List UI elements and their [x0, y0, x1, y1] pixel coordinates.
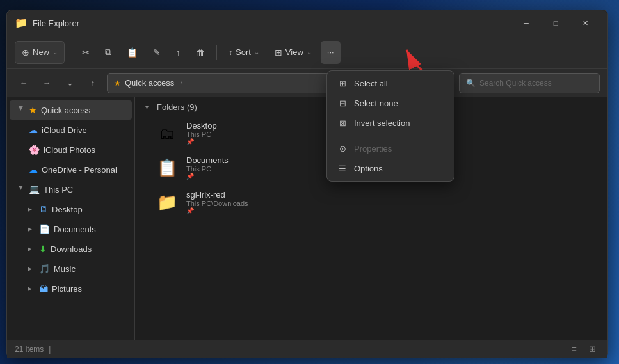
sort-button[interactable]: ↕ Sort ⌄ — [222, 41, 266, 64]
back-button[interactable]: ← — [15, 74, 33, 92]
up-button[interactable]: ↑ — [84, 74, 102, 92]
chevron-icon: ▶ — [28, 226, 35, 232]
documents-icon: 📄 — [39, 224, 50, 234]
address-text: Quick access — [125, 78, 174, 88]
chevron-icon: ▶ — [28, 285, 35, 292]
sidebar-item-label: Documents — [54, 225, 96, 234]
select-all-icon: ⊞ — [337, 79, 348, 88]
folder-sub: This PC\Downloads — [186, 200, 248, 207]
sidebar-item-label: iCloud Photos — [44, 145, 95, 155]
paste-icon: 📋 — [127, 47, 138, 58]
chevron-icon: ▶ — [28, 265, 35, 272]
folder-section-chevron: ▾ — [145, 104, 153, 111]
minimize-button[interactable]: ─ — [511, 10, 541, 36]
sort-label: Sort — [236, 47, 251, 57]
sidebar-item-music[interactable]: ▶ 🎵 Music — [10, 259, 132, 278]
new-chevron: ⌄ — [52, 49, 58, 56]
folder-thumb-desktop: 🗂 — [154, 122, 180, 145]
recent-button[interactable]: ⌄ — [61, 74, 79, 92]
toolbar-separator-1 — [70, 45, 70, 60]
sidebar-item-icloud-photos[interactable]: 🌸 iCloud Photos — [10, 140, 132, 159]
folders-section-label: Folders (9) — [157, 102, 197, 112]
sidebar-item-documents[interactable]: ▶ 📄 Documents — [10, 219, 132, 239]
tiles-view-button[interactable]: ⊞ — [584, 342, 600, 356]
menu-item-properties: ⊙ Properties — [327, 139, 454, 159]
folder-icon: 🗂 — [159, 123, 175, 143]
status-cursor: | — [49, 345, 51, 354]
sidebar-item-label: iCloud Drive — [42, 125, 87, 135]
rename-button[interactable]: ✎ — [147, 41, 167, 64]
context-menu: ⊞ Select all ⊟ Select none ⊠ Invert sele… — [326, 70, 454, 182]
sort-icon: ↕ — [229, 48, 232, 57]
folder-thumb-documents: 📋 — [154, 156, 180, 179]
folder-item-sgi[interactable]: 📁 sgi-irix-red This PC\Downloads 📌 — [148, 186, 371, 218]
menu-item-label: Options — [354, 164, 383, 173]
view-button[interactable]: ⊞ View ⌄ — [268, 41, 318, 64]
more-label: ··· — [327, 47, 334, 57]
folder-name: sgi-irix-red — [186, 190, 248, 200]
select-none-icon: ⊟ — [337, 99, 348, 108]
menu-item-select-none[interactable]: ⊟ Select none — [327, 93, 454, 113]
pin-icon: 📌 — [186, 207, 248, 214]
menu-item-label: Select all — [354, 79, 388, 88]
folder-thumb-sgi: 📁 — [154, 191, 180, 214]
cut-button[interactable]: ✂ — [76, 41, 96, 64]
quick-access-icon: ★ — [29, 105, 37, 115]
icloud-photos-icon: 🌸 — [29, 145, 40, 155]
status-bar: 21 items | ≡ ⊞ — [7, 340, 607, 358]
details-view-button[interactable]: ≡ — [567, 342, 582, 356]
delete-button[interactable]: 🗑 — [189, 41, 211, 64]
folder-icon: 📋 — [157, 158, 177, 178]
new-button[interactable]: ⊕ New ⌄ — [15, 41, 65, 64]
addressbar: ← → ⌄ ↑ ★ Quick access › ↻ 🔍 Search Quic… — [7, 69, 607, 97]
folder-info-sgi: sgi-irix-red This PC\Downloads 📌 — [186, 190, 248, 214]
search-placeholder: Search Quick access — [479, 79, 552, 88]
menu-item-label: Invert selection — [354, 118, 410, 128]
maximize-button[interactable]: □ — [541, 10, 570, 36]
sidebar-item-label: OneDrive - Personal — [42, 165, 117, 175]
search-box[interactable]: 🔍 Search Quick access — [459, 73, 600, 93]
sidebar-item-quick-access[interactable]: ▶ ★ Quick access — [10, 100, 132, 120]
chevron-icon: ▶ — [18, 186, 24, 193]
menu-item-options[interactable]: ☰ Options — [327, 159, 454, 178]
forward-button[interactable]: → — [38, 74, 56, 92]
delete-icon: 🗑 — [196, 47, 205, 58]
menu-item-invert-selection[interactable]: ⊠ Invert selection — [327, 113, 454, 133]
toolbar: ⊕ New ⌄ ✂ ⧉ 📋 ✎ ↑ 🗑 ↕ Sort ⌄ ⊞ — [7, 36, 607, 69]
chevron-icon: ▶ — [28, 206, 35, 212]
new-icon: ⊕ — [22, 47, 29, 58]
sidebar-item-label: Pictures — [52, 284, 82, 294]
folder-sub: This PC — [186, 165, 229, 173]
folder-name: Documents — [186, 155, 229, 165]
share-button[interactable]: ↑ — [170, 41, 187, 64]
invert-selection-icon: ⊠ — [337, 118, 348, 128]
more-button[interactable]: ··· — [321, 41, 341, 64]
paste-button[interactable]: 📋 — [120, 41, 144, 64]
sidebar-item-label: Desktop — [52, 205, 83, 214]
sidebar-item-label: Music — [54, 264, 76, 274]
sidebar-item-pictures[interactable]: ▶ 🏔 Pictures — [10, 279, 132, 298]
menu-separator — [332, 136, 449, 136]
options-icon: ☰ — [337, 164, 348, 173]
view-label: View — [285, 47, 303, 57]
sidebar-item-icloud-drive[interactable]: ☁ iCloud Drive — [10, 120, 132, 139]
sidebar-item-desktop[interactable]: ▶ 🖥 Desktop — [10, 200, 132, 219]
music-icon: 🎵 — [39, 264, 50, 274]
sidebar-item-downloads[interactable]: ▶ ⬇ Downloads — [10, 239, 132, 258]
pin-icon: 📌 — [186, 173, 229, 180]
menu-item-select-all[interactable]: ⊞ Select all — [327, 74, 454, 93]
view-icons: ≡ ⊞ — [567, 342, 600, 356]
copy-button[interactable]: ⧉ — [99, 41, 118, 64]
folder-sub: This PC — [186, 131, 217, 138]
folder-name: Desktop — [186, 121, 217, 131]
app-icon: 📁 — [15, 17, 28, 29]
copy-icon: ⧉ — [105, 47, 111, 58]
chevron-icon: ▶ — [28, 246, 35, 252]
sidebar-item-onedrive[interactable]: ☁ OneDrive - Personal — [10, 160, 132, 179]
status-text: 21 items — [15, 345, 44, 354]
main-content: ▶ ★ Quick access ☁ iCloud Drive 🌸 iCloud… — [7, 97, 607, 340]
close-button[interactable]: ✕ — [570, 10, 600, 36]
sidebar-item-this-pc[interactable]: ▶ 💻 This PC — [10, 180, 132, 199]
this-pc-icon: 💻 — [29, 184, 40, 194]
toolbar-separator-2 — [216, 45, 217, 60]
